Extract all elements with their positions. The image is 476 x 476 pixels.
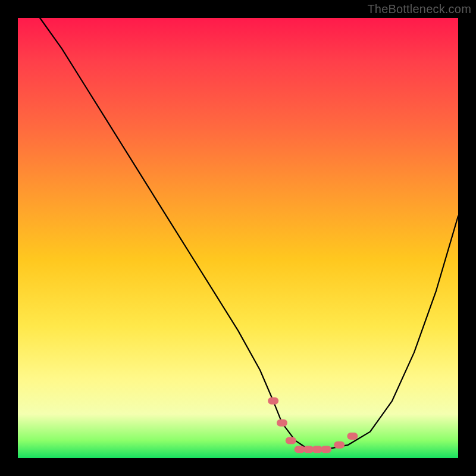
curve-svg bbox=[18, 18, 458, 458]
plot-area bbox=[18, 18, 458, 458]
marker-flat-zone-left-edge bbox=[268, 397, 278, 405]
marker-flat-zone-body-1 bbox=[286, 437, 296, 444]
chart-frame: TheBottleneck.com bbox=[0, 0, 476, 476]
bottleneck-curve bbox=[40, 18, 458, 449]
watermark-label: TheBottleneck.com bbox=[367, 2, 471, 16]
marker-flat-zone-right-edge-2 bbox=[347, 433, 358, 440]
marker-flat-zone-right-edge bbox=[334, 441, 345, 449]
marker-flat-zone-end bbox=[321, 446, 331, 453]
marker-flat-zone-start bbox=[277, 419, 287, 427]
